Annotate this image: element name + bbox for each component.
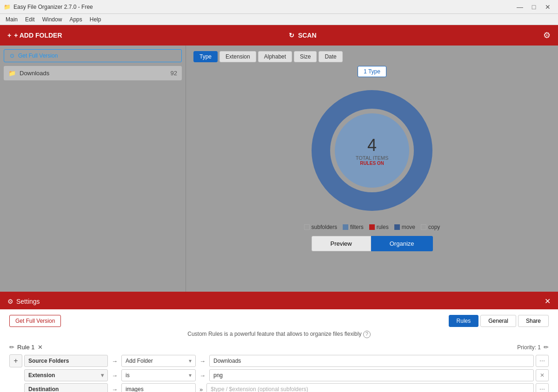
folder-name: Downloads	[20, 70, 49, 77]
rules-on-label: RULES ON	[356, 161, 389, 166]
menu-edit[interactable]: Edit	[21, 15, 39, 24]
legend-copy-box	[421, 224, 426, 230]
legend-move-box	[394, 224, 400, 230]
arrow-icon-1: →	[112, 358, 118, 365]
total-items-number: 4	[356, 136, 389, 155]
add-folder-button[interactable]: + + ADD FOLDER	[7, 32, 62, 39]
toolbar: + + ADD FOLDER ↻ SCAN ⚙	[0, 25, 558, 46]
source-folder-value: Downloads	[209, 355, 534, 367]
source-folders-label: Source Folders	[24, 355, 108, 367]
arrow-icon-5: →	[112, 386, 118, 392]
menu-main[interactable]: Main	[2, 15, 21, 24]
title-bar-controls: — □ ✕	[513, 2, 554, 12]
table-row: Destination → images » $type / $extensio…	[9, 383, 549, 392]
settings-dialog: ⚙ Settings ✕ Get Full Version Rules Gene…	[0, 292, 558, 392]
settings-body: Get Full Version Rules General Share Cus…	[0, 309, 558, 392]
settings-title: Settings	[16, 298, 40, 305]
get-full-version-button[interactable]: ⊙ Get Full Version	[4, 49, 182, 62]
sort-tabs: Type Extension Alphabet Size Date	[193, 51, 551, 62]
chevron-down-icon: ▾	[101, 372, 104, 379]
app-title: Easy File Organizer 2.7.0 - Free	[13, 4, 93, 10]
refresh-icon: ↻	[289, 32, 294, 39]
settings-get-full-version-button[interactable]: Get Full Version	[9, 315, 61, 327]
maximize-button[interactable]: □	[527, 2, 540, 12]
add-folder-label: Add Folder	[126, 358, 153, 364]
priority-area: Priority: 1 ✏	[517, 344, 549, 351]
menu-window[interactable]: Window	[39, 15, 66, 24]
settings-close-button[interactable]: ✕	[545, 297, 551, 306]
extension-select[interactable]: Extension ▾	[24, 369, 108, 381]
legend-rules-box	[369, 224, 375, 230]
title-bar-left: 📁 Easy File Organizer 2.7.0 - Free	[4, 4, 93, 10]
settings-description: Custom Rules is a powerful feature that …	[9, 331, 549, 338]
get-full-version-label: Get Full Version	[18, 52, 58, 59]
legend-filters-label: filters	[350, 224, 364, 230]
legend-rules: rules	[369, 224, 389, 230]
add-row-button-1[interactable]: +	[9, 354, 22, 367]
minimize-button[interactable]: —	[513, 2, 526, 12]
chevron-down-icon: ▾	[189, 358, 192, 364]
tab-rules[interactable]: Rules	[449, 315, 479, 327]
is-select[interactable]: is ▾	[121, 369, 196, 381]
rule-title: ✏ Rule 1 ✕	[9, 344, 43, 351]
legend-subfolders-box	[304, 224, 310, 230]
action-buttons: Preview Organize	[312, 236, 433, 251]
legend-copy: copy	[421, 224, 440, 230]
settings-header: ⚙ Settings ✕	[0, 293, 558, 309]
menu-bar: Main Edit Window Apps Help	[0, 14, 558, 25]
tab-share[interactable]: Share	[518, 315, 549, 327]
extension-value[interactable]: png	[209, 369, 534, 381]
tab-date[interactable]: Date	[319, 51, 342, 62]
app-icon: 📁	[4, 4, 11, 10]
donut-chart: 4 TOTAL ITEMS RULES ON	[312, 90, 432, 211]
table-row: Extension ▾ → is ▾ → png ✕	[9, 369, 549, 381]
legend-subfolders-label: subfolders	[312, 224, 337, 230]
legend-move: move	[394, 224, 415, 230]
legend-rules-label: rules	[377, 224, 389, 230]
extension-delete[interactable]: ✕	[536, 369, 549, 381]
add-folder-select[interactable]: Add Folder ▾	[121, 355, 196, 367]
type-filter-button[interactable]: 1 Type	[358, 66, 386, 77]
folder-item[interactable]: 📁 Downloads 92	[4, 66, 182, 80]
priority-label: Priority: 1	[517, 344, 541, 351]
priority-edit-button[interactable]: ✏	[544, 344, 549, 351]
source-folder-options[interactable]: ⋯	[536, 355, 549, 367]
destination-folder: images	[121, 383, 196, 392]
help-icon[interactable]: ?	[363, 331, 371, 338]
arrow-icon-4: →	[199, 372, 206, 379]
tab-type[interactable]: Type	[193, 51, 218, 62]
rule-delete-button[interactable]: ✕	[38, 344, 43, 351]
arrow-icon-6: »	[199, 386, 203, 392]
scan-button[interactable]: ↻ SCAN	[289, 32, 317, 39]
settings-header-left: ⚙ Settings	[7, 298, 40, 305]
tab-extension[interactable]: Extension	[219, 51, 256, 62]
tab-size[interactable]: Size	[294, 51, 317, 62]
menu-apps[interactable]: Apps	[66, 15, 86, 24]
rule-rows: + Source Folders → Add Folder ▾ → Downlo…	[9, 354, 549, 392]
destination-options[interactable]: ⋯	[536, 383, 549, 392]
folder-count: 92	[171, 70, 177, 77]
legend-subfolders: subfolders	[304, 224, 337, 230]
settings-tabs: Rules General Share	[449, 315, 549, 327]
title-bar: 📁 Easy File Organizer 2.7.0 - Free — □ ✕	[0, 0, 558, 14]
menu-help[interactable]: Help	[86, 15, 105, 24]
legend-filters: filters	[343, 224, 364, 230]
legend-filters-box	[343, 224, 348, 230]
donut-center: 4 TOTAL ITEMS RULES ON	[356, 136, 389, 166]
preview-button[interactable]: Preview	[312, 236, 371, 251]
table-row: + Source Folders → Add Folder ▾ → Downlo…	[9, 354, 549, 367]
settings-top: Get Full Version Rules General Share	[9, 315, 549, 327]
legend: subfolders filters rules move copy	[304, 224, 440, 230]
chevron-down-icon: ▾	[189, 372, 192, 379]
tab-alphabet[interactable]: Alphabet	[258, 51, 292, 62]
destination-subfolders[interactable]: $type / $extension (optional subfolders)	[206, 383, 534, 392]
organize-button[interactable]: Organize	[371, 236, 433, 251]
folder-icon: 📁	[8, 70, 16, 77]
arrow-icon-2: →	[199, 358, 206, 365]
settings-button[interactable]: ⚙	[543, 30, 551, 40]
tab-general[interactable]: General	[480, 315, 516, 327]
close-button[interactable]: ✕	[541, 2, 554, 12]
plus-icon: +	[7, 32, 11, 39]
folder-item-left: 📁 Downloads	[8, 70, 49, 77]
main-content: ⊙ Get Full Version 📁 Downloads 92 Type E…	[0, 46, 558, 392]
